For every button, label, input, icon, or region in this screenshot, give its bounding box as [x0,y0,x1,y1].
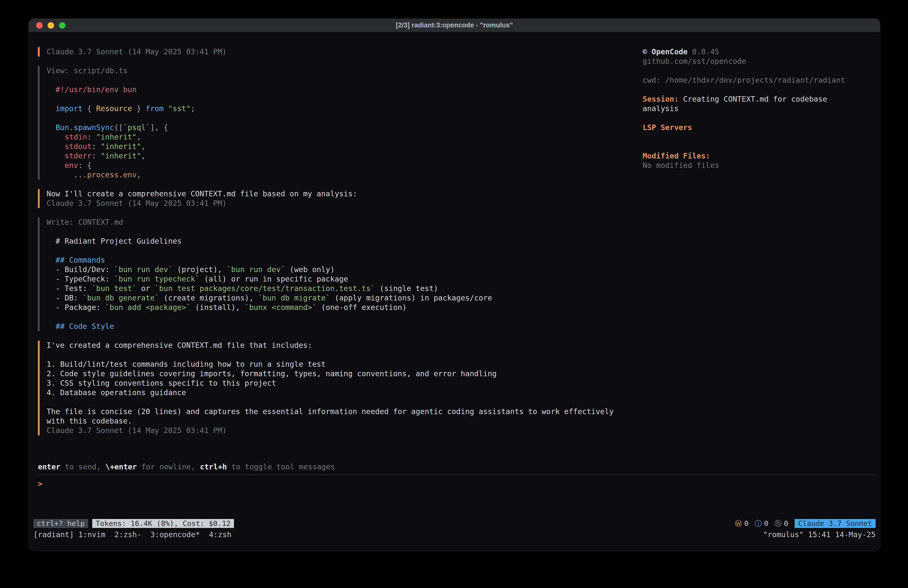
text-line: Claude 3.7 Sonnet (14 May 2025 03:41 PM) [47,426,642,435]
text-line: - TypeCheck: `bun run typecheck` (all) o… [47,274,642,284]
text-line: Write: CONTEXT.md [47,217,642,227]
input-area: enter to send, \+enter for newline, ctrl… [38,462,876,517]
text-line: # Radiant Project Guidelines [47,237,642,246]
text-line [47,94,642,104]
session-sidebar: © OpenCode 0.0.45github.com/sst/opencode… [642,47,876,170]
text-line: No modified files [642,161,876,170]
text-line: - Package: `bun add <package>` (install)… [47,303,642,312]
text-line: cwd: /home/thdxr/dev/projects/radiant/ra… [642,76,876,85]
text-line: - Test: `bun test` or `bun test packages… [47,284,642,293]
diagnostic-info: ⓘ 0 [755,519,768,528]
terminal-bottom-padding [29,540,880,551]
text-line [47,312,642,322]
spacer [38,445,876,462]
text-line [47,227,642,237]
tmux-status-bar: [radiant] 1:nvim 2:zsh- 3:opencode* 4:zs… [29,530,880,540]
desktop: [2/3] radiant:3:opencode - "romulus" Cla… [0,0,908,588]
text-line [642,132,876,142]
tmux-host-time: "romulus" 15:41 14-May-25 [763,530,876,540]
help-chip[interactable]: ctrl+? help [34,519,88,528]
assistant-message: Claude 3.7 Sonnet (14 May 2025 03:41 PM) [38,47,642,56]
zoom-window-button[interactable] [59,22,66,29]
status-left: ctrl+? help Tokens: 16.4K (8%), Cost: $0… [34,519,234,528]
text-line [642,113,876,123]
text-line: 1. Build/lint/test commands including ho… [47,359,642,369]
text-line: ## Commands [47,255,642,265]
close-window-button[interactable] [36,22,43,29]
text-line: View: script/db.ts [47,66,642,76]
assistant-message: I've created a comprehensive CONTEXT.md … [38,341,642,435]
text-line [47,246,642,255]
text-line: - Build/Dev: `bun run dev` (project), `b… [47,265,642,274]
text-line [642,142,876,151]
info-icon: ⓘ [755,519,762,528]
model-chip[interactable]: Claude 3.7 Sonnet [795,519,876,528]
text-line: © OpenCode 0.0.45 [642,47,876,56]
text-line: #!/usr/bin/env bun [47,85,642,94]
text-line: analysis [642,104,876,113]
terminal-content: Claude 3.7 Sonnet (14 May 2025 03:41 PM)… [29,32,880,517]
warning-icon: Ⓦ [735,519,742,528]
text-line: ...process.env, [47,170,642,180]
chat-pane: Claude 3.7 Sonnet (14 May 2025 03:41 PM)… [38,47,642,445]
text-line: Modified Files: [642,151,876,161]
tool-write-block: Write: CONTEXT.md # Radiant Project Guid… [38,217,642,331]
status-bar: ctrl+? help Tokens: 16.4K (8%), Cost: $0… [29,517,880,530]
terminal-window: [2/3] radiant:3:opencode - "romulus" Cla… [28,18,881,551]
text-line: with this codebase. [47,416,642,426]
text-line [47,113,642,123]
text-line: Bun.spawnSync([`psql`], { [47,123,642,132]
status-right: Ⓦ 0 ⓘ 0 ⓗ 0 Claude 3.7 Sonnet [735,519,876,528]
text-line [47,76,642,85]
text-line: Session: Creating CONTEXT.md for codebas… [642,94,876,104]
hint-icon: ⓗ [774,519,782,528]
text-line [642,66,876,76]
hint-count: 0 [784,519,788,528]
text-line [642,85,876,94]
text-line: 3. CSS styling conventions specific to t… [47,379,642,388]
prompt-input[interactable]: > [38,475,876,517]
text-line [47,350,642,359]
assistant-message: Now I'll create a comprehensive CONTEXT.… [38,189,642,208]
tokens-cost-chip: Tokens: 16.4K (8%), Cost: $0.12 [92,519,234,528]
text-line: Now I'll create a comprehensive CONTEXT.… [47,189,642,198]
text-line: ## Code Style [47,322,642,331]
text-line: stderr: "inherit", [47,151,642,161]
text-line [47,397,642,407]
main-row: Claude 3.7 Sonnet (14 May 2025 03:41 PM)… [38,47,876,445]
diagnostics: Ⓦ 0 ⓘ 0 ⓗ 0 [735,519,788,528]
text-line: env: { [47,161,642,170]
window-title: [2/3] radiant:3:opencode - "romulus" [396,21,513,29]
text-line: github.com/sst/opencode [642,56,876,66]
keybinding-hints: enter to send, \+enter for newline, ctrl… [38,462,876,472]
text-line: stdin: "inherit", [47,132,642,142]
text-line: stdout: "inherit", [47,142,642,151]
window-titlebar: [2/3] radiant:3:opencode - "romulus" [29,19,880,32]
text-line: Claude 3.7 Sonnet (14 May 2025 03:41 PM) [47,198,642,208]
text-line: import { Resource } from "sst"; [47,104,642,113]
tool-view-block: View: script/db.ts #!/usr/bin/env bun im… [38,66,642,180]
info-count: 0 [764,519,768,528]
text-line: LSP Servers [642,123,876,132]
prompt-marker: > [38,479,42,488]
text-line: 4. Database operations guidance [47,388,642,397]
minimize-window-button[interactable] [48,22,54,29]
text-line: 2. Code style guidelines covering import… [47,369,642,379]
text-line: I've created a comprehensive CONTEXT.md … [47,341,642,350]
opencode-tui: Claude 3.7 Sonnet (14 May 2025 03:41 PM)… [29,32,880,551]
tmux-window-list[interactable]: [radiant] 1:nvim 2:zsh- 3:opencode* 4:zs… [34,530,232,540]
text-line: The file is concise (20 lines) and captu… [47,407,642,416]
text-line: - DB: `bun db generate` (create migratio… [47,293,642,303]
text-line: Claude 3.7 Sonnet (14 May 2025 03:41 PM) [47,47,642,56]
warning-count: 0 [744,519,749,528]
diagnostic-warnings: Ⓦ 0 [735,519,749,528]
traffic-lights [36,19,66,32]
text-line: enter to send, \+enter for newline, ctrl… [38,462,876,472]
diagnostic-hints: ⓗ 0 [774,519,788,528]
